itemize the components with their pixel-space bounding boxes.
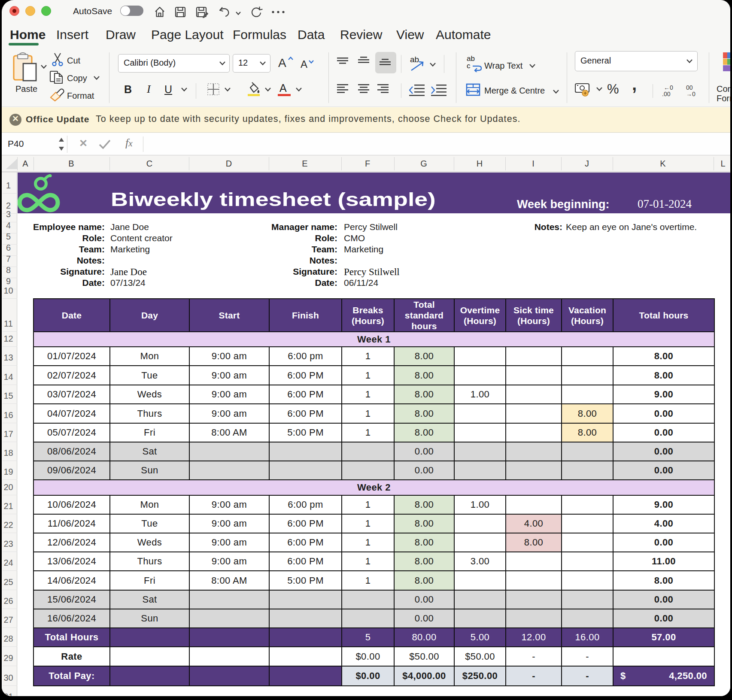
svg-text:←0: ←0 <box>664 84 673 91</box>
svg-text:00: 00 <box>686 84 693 91</box>
svg-text:→0: →0 <box>686 91 696 97</box>
svg-text:.00: .00 <box>662 91 671 97</box>
